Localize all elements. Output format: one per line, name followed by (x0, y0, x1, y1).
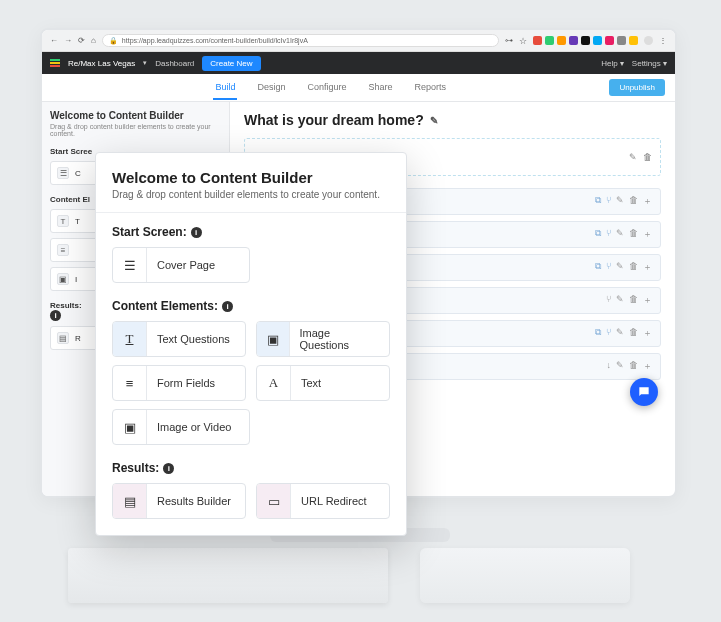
pencil-icon[interactable]: ✎ (616, 261, 624, 274)
welcome-popup: Welcome to Content Builder Drag & drop c… (95, 152, 407, 536)
pencil-icon[interactable]: ✎ (616, 294, 624, 307)
forward-icon[interactable]: → (64, 36, 72, 45)
plus-icon[interactable]: ＋ (643, 327, 652, 340)
avatar[interactable] (644, 36, 653, 45)
text-icon: T (57, 215, 69, 227)
trash-icon[interactable]: 🗑 (629, 261, 638, 274)
tab-configure[interactable]: Configure (305, 76, 348, 100)
star-icon[interactable]: ☆ (519, 36, 527, 46)
plus-icon[interactable]: ＋ (643, 228, 652, 241)
card-label: Image Questions (290, 327, 389, 351)
page-title: What is your dream home? ✎ (244, 112, 661, 128)
popup-title: Welcome to Content Builder (112, 169, 390, 186)
card-label: Cover Page (147, 259, 225, 271)
pencil-icon[interactable]: ✎ (629, 152, 637, 162)
upload-icon: ☰ (57, 167, 69, 179)
card-label: Text Questions (147, 333, 240, 345)
card-label: Results Builder (147, 495, 241, 507)
info-icon[interactable]: i (191, 227, 202, 238)
nav-dashboard[interactable]: Dashboard (155, 59, 194, 68)
home-icon[interactable]: ⌂ (91, 36, 96, 45)
pencil-icon[interactable]: ✎ (616, 195, 624, 208)
info-icon[interactable]: i (222, 301, 233, 312)
chevron-down-icon[interactable]: ▾ (143, 59, 147, 67)
branch-icon[interactable]: ⑂ (606, 261, 611, 274)
plus-icon[interactable]: ＋ (643, 360, 652, 373)
key-icon[interactable]: ⊶ (505, 36, 513, 45)
branch-icon[interactable]: ⑂ (606, 327, 611, 340)
create-new-button[interactable]: Create New (202, 56, 260, 71)
branch-icon[interactable]: ⑂ (606, 294, 611, 307)
trash-icon[interactable]: 🗑 (629, 228, 638, 241)
card-text[interactable]: A Text (256, 365, 390, 401)
duplicate-icon[interactable]: ⧉ (595, 261, 601, 274)
pencil-icon[interactable]: ✎ (616, 327, 624, 340)
chat-button[interactable] (630, 378, 658, 406)
tab-design[interactable]: Design (255, 76, 287, 100)
ext-icon[interactable] (569, 36, 578, 45)
card-label: URL Redirect (291, 495, 377, 507)
branch-icon[interactable]: ⑂ (606, 195, 611, 208)
trash-icon[interactable]: 🗑 (629, 195, 638, 208)
sidebar-item-label: I (75, 275, 77, 284)
menu-icon[interactable]: ⋮ (659, 36, 667, 45)
reload-icon[interactable]: ⟳ (78, 36, 85, 45)
ext-icon[interactable] (533, 36, 542, 45)
pencil-icon[interactable]: ✎ (616, 228, 624, 241)
pencil-icon[interactable]: ✎ (430, 115, 438, 126)
info-icon[interactable]: i (163, 463, 174, 474)
lock-icon: 🔒 (109, 37, 118, 45)
back-icon[interactable]: ← (50, 36, 58, 45)
ext-icon[interactable] (557, 36, 566, 45)
image-icon: ▣ (113, 410, 147, 444)
unpublish-button[interactable]: Unpublish (609, 79, 665, 96)
trash-icon[interactable]: 🗑 (629, 294, 638, 307)
ext-icon[interactable] (581, 36, 590, 45)
card-url-redirect[interactable]: ▭ URL Redirect (256, 483, 390, 519)
browser-toolbar: ← → ⟳ ⌂ 🔒 https://app.leadquizzes.com/co… (42, 30, 675, 52)
ext-icon[interactable] (617, 36, 626, 45)
popup-subtitle: Drag & drop content builder elements to … (112, 189, 390, 200)
row-actions: ⧉ ⑂ ✎ 🗑 ＋ (595, 195, 652, 208)
card-image-questions[interactable]: ▣ Image Questions (256, 321, 390, 357)
trash-icon[interactable]: 🗑 (629, 327, 638, 340)
url-bar[interactable]: 🔒 https://app.leadquizzes.com/content-bu… (102, 34, 499, 47)
ext-icon[interactable] (605, 36, 614, 45)
plus-icon[interactable]: ＋ (643, 294, 652, 307)
tab-bar: Build Design Configure Share Reports Unp… (42, 74, 675, 102)
duplicate-icon[interactable]: ⧉ (595, 228, 601, 241)
plus-icon[interactable]: ＋ (643, 195, 652, 208)
down-icon[interactable]: ↓ (607, 360, 612, 373)
card-image-video[interactable]: ▣ Image or Video (112, 409, 250, 445)
ext-icon[interactable] (629, 36, 638, 45)
branch-icon[interactable]: ⑂ (606, 228, 611, 241)
sidebar-item-label: R (75, 334, 81, 343)
card-label: Form Fields (147, 377, 225, 389)
nav-settings[interactable]: Settings ▾ (632, 59, 667, 68)
sidebar-item-label: T (75, 217, 80, 226)
keyboard (68, 548, 388, 603)
tab-share[interactable]: Share (366, 76, 394, 100)
duplicate-icon[interactable]: ⧉ (595, 327, 601, 340)
plus-icon[interactable]: ＋ (643, 261, 652, 274)
upload-icon: ☰ (113, 248, 147, 282)
nav-help[interactable]: Help ▾ (601, 59, 624, 68)
tab-build[interactable]: Build (213, 76, 237, 100)
card-results-builder[interactable]: ▤ Results Builder (112, 483, 246, 519)
pencil-icon[interactable]: ✎ (616, 360, 624, 373)
url-text: https://app.leadquizzes.com/content-buil… (122, 37, 308, 44)
chevron-down-icon: ▾ (663, 59, 667, 68)
trash-icon[interactable]: 🗑 (629, 360, 638, 373)
duplicate-icon[interactable]: ⧉ (595, 195, 601, 208)
ext-icon[interactable] (593, 36, 602, 45)
card-cover-page[interactable]: ☰ Cover Page (112, 247, 250, 283)
ext-icon[interactable] (545, 36, 554, 45)
tab-reports[interactable]: Reports (413, 76, 449, 100)
brand-name[interactable]: Re/Max Las Vegas (68, 59, 135, 68)
form-icon: ≡ (57, 244, 69, 256)
card-text-questions[interactable]: T Text Questions (112, 321, 246, 357)
app-topbar: Re/Max Las Vegas ▾ Dashboard Create New … (42, 52, 675, 74)
results-icon: ▤ (57, 332, 69, 344)
card-form-fields[interactable]: ≡ Form Fields (112, 365, 246, 401)
trash-icon[interactable]: 🗑 (643, 152, 652, 162)
